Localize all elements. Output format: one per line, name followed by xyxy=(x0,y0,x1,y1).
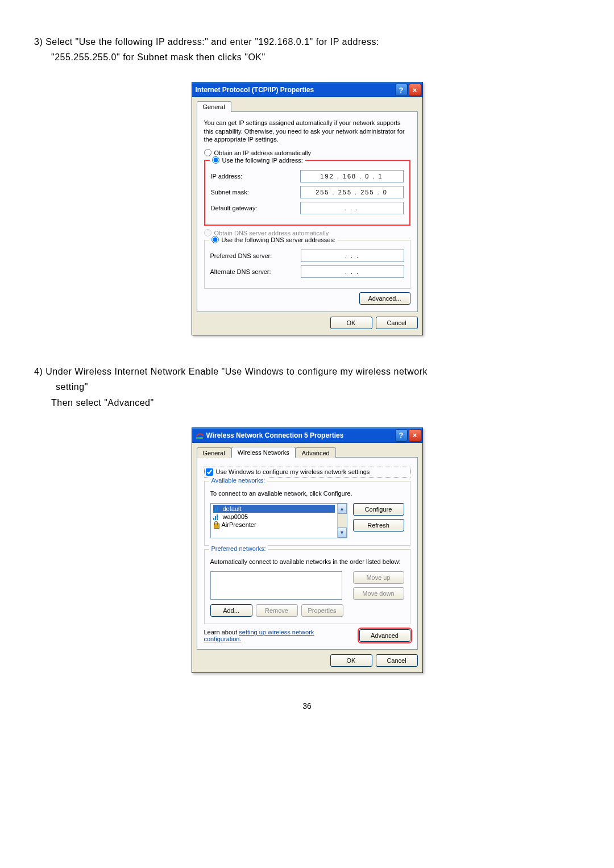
lbl-default-gateway: Default gateway: xyxy=(211,205,291,211)
chk-use-windows-input[interactable] xyxy=(206,468,213,476)
ok-button[interactable]: OK xyxy=(330,654,372,667)
network-name: AirPresenter xyxy=(222,521,256,528)
tab-general[interactable]: General xyxy=(197,447,231,458)
properties-button: Properties xyxy=(301,604,343,617)
radio-use-ip[interactable]: Use the following IP address: xyxy=(212,156,303,164)
wifi-icon xyxy=(196,431,204,439)
wireless-title: Wireless Network Connection 5 Properties xyxy=(206,431,344,439)
scroll-up-icon[interactable]: ▲ xyxy=(338,504,347,514)
input-alternate-dns[interactable]: . . . xyxy=(301,265,404,278)
radio-use-dns[interactable]: Use the following DNS server addresses: xyxy=(211,236,336,243)
available-networks-title: Available networks: xyxy=(209,477,268,484)
network-name: wap0005 xyxy=(223,513,248,520)
radio-obtain-dns-label: Obtain DNS server address automatically xyxy=(214,230,329,236)
step4-line2: setting" xyxy=(56,379,580,394)
radio-use-dns-label: Use the following DNS server addresses: xyxy=(222,236,336,243)
preferred-networks-list[interactable] xyxy=(210,571,342,600)
radio-obtain-ip-input[interactable] xyxy=(204,149,211,156)
preferred-hint: Automatically connect to available netwo… xyxy=(210,558,404,566)
scrollbar[interactable]: ▲ ▼ xyxy=(337,504,347,538)
list-item[interactable]: default xyxy=(213,505,335,513)
tcpip-description: You can get IP settings assigned automat… xyxy=(204,119,410,143)
wireless-titlebar: Wireless Network Connection 5 Properties… xyxy=(192,428,422,443)
advanced-button[interactable]: Advanced xyxy=(359,629,410,642)
input-subnet-mask[interactable]: 255 . 255 . 255 . 0 xyxy=(300,186,404,198)
tab-wireless-networks[interactable]: Wireless Networks xyxy=(231,447,296,458)
help-icon[interactable]: ? xyxy=(395,429,408,442)
learn-about-text: Learn about setting up wireless network … xyxy=(204,629,314,642)
radio-use-ip-input[interactable] xyxy=(212,156,219,164)
tab-general[interactable]: General xyxy=(197,101,231,112)
tcpip-titlebar: Internet Protocol (TCP/IP) Properties ? … xyxy=(192,82,422,97)
list-item[interactable]: AirPresenter xyxy=(213,521,335,529)
lbl-ip-address: IP address: xyxy=(211,173,291,180)
step4-line3: Then select "Advanced" xyxy=(51,395,580,410)
available-networks-group: Available networks: To connect to an ava… xyxy=(204,481,410,546)
move-up-button: Move up xyxy=(353,571,404,584)
step4-instruction: 4) Under Wireless Internet Network Enabl… xyxy=(34,364,580,410)
preferred-networks-group: Preferred networks: Automatically connec… xyxy=(204,549,410,624)
available-hint: To connect to an available network, clic… xyxy=(210,489,404,497)
tcpip-properties-dialog: Internet Protocol (TCP/IP) Properties ? … xyxy=(192,82,423,335)
step3-line2: "255.255.255.0" for Subnet mask then cli… xyxy=(51,49,580,65)
chk-use-windows[interactable]: Use Windows to configure my wireless net… xyxy=(204,467,410,477)
refresh-button[interactable]: Refresh xyxy=(353,519,404,531)
input-default-gateway[interactable]: . . . xyxy=(300,202,404,214)
signal-icon xyxy=(213,505,220,512)
step4-line1: 4) Under Wireless Internet Network Enabl… xyxy=(34,364,580,379)
step3-instruction: 3) Select "Use the following IP address:… xyxy=(34,34,580,65)
configure-button[interactable]: Configure xyxy=(353,503,404,516)
wireless-properties-dialog: Wireless Network Connection 5 Properties… xyxy=(192,427,423,674)
page-number: 36 xyxy=(34,701,580,711)
use-ip-group: Use the following IP address: IP address… xyxy=(204,160,410,226)
cancel-button[interactable]: Cancel xyxy=(376,654,418,667)
input-preferred-dns[interactable]: . . . xyxy=(301,250,404,262)
remove-button: Remove xyxy=(256,604,298,617)
preferred-networks-title: Preferred networks: xyxy=(209,545,268,552)
close-icon[interactable]: × xyxy=(409,84,421,96)
advanced-button[interactable]: Advanced... xyxy=(359,292,410,305)
ok-button[interactable]: OK xyxy=(330,317,372,329)
add-button[interactable]: Add... xyxy=(210,604,252,617)
link-configuration[interactable]: configuration. xyxy=(204,636,242,642)
lbl-preferred-dns: Preferred DNS server: xyxy=(210,252,290,259)
chk-use-windows-label: Use Windows to configure my wireless net… xyxy=(216,468,370,475)
signal-icon xyxy=(213,513,220,520)
help-icon[interactable]: ? xyxy=(395,84,408,96)
scroll-down-icon[interactable]: ▼ xyxy=(338,528,347,538)
lbl-alternate-dns: Alternate DNS server: xyxy=(210,268,290,275)
radio-use-dns-input[interactable] xyxy=(211,236,219,243)
lock-icon xyxy=(213,521,219,528)
lbl-subnet-mask: Subnet mask: xyxy=(211,189,291,196)
close-icon[interactable]: × xyxy=(409,429,421,442)
link-setting-up-wireless[interactable]: setting up wireless network xyxy=(239,629,314,636)
available-networks-list[interactable]: default wap0005 AirPresenter xyxy=(210,503,347,538)
input-ip-address[interactable]: 192 . 168 . 0 . 1 xyxy=(300,170,404,182)
radio-use-ip-label: Use the following IP address: xyxy=(222,157,303,164)
tab-advanced[interactable]: Advanced xyxy=(296,447,336,458)
cancel-button[interactable]: Cancel xyxy=(376,317,418,329)
network-name: default xyxy=(223,505,242,512)
list-item[interactable]: wap0005 xyxy=(213,513,335,521)
tcpip-title: Internet Protocol (TCP/IP) Properties xyxy=(196,86,314,94)
use-dns-group: Use the following DNS server addresses: … xyxy=(204,240,410,289)
move-down-button: Move down xyxy=(353,587,404,600)
radio-obtain-ip[interactable]: Obtain an IP address automatically xyxy=(204,149,410,156)
step3-line1: 3) Select "Use the following IP address:… xyxy=(34,34,580,49)
radio-obtain-ip-label: Obtain an IP address automatically xyxy=(214,149,311,156)
